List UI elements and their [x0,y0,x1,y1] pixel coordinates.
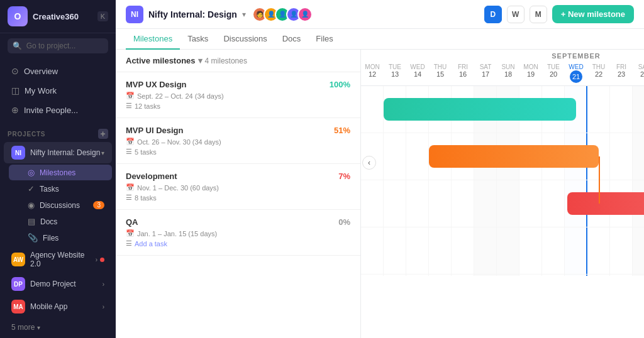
sidebar-search-container [0,33,116,58]
sidebar-more-projects[interactable]: 5 more ▾ [4,319,112,336]
gantt-nav-left-button[interactable]: ‹ [362,156,376,170]
milestone-mvp-ui: MVP UI Design 51% 📅 Oct. 26 – Nov. 30 (3… [116,118,360,164]
gantt-cell-qa-8 [542,275,565,276]
sub-nav-discussions[interactable]: ◉ Discussions 3 [9,197,112,213]
milestone-qa-add-task[interactable]: ☰ Add a task [126,239,350,248]
sidebar-nav: ⊙ Overview ◫ My Work ⊕ Invite People... [0,58,116,123]
chevron-down-icon: ▾ [101,150,104,156]
demo-chevron-icon: › [103,281,104,288]
gantt-row-development [361,180,644,227]
day-name-24: SAT [633,63,644,70]
gantt-cell-row2-col3 [429,180,452,227]
day-num-23: 23 [610,70,633,78]
sidebar-search-input[interactable] [8,38,108,53]
gantt-cell-row3-col9 [565,227,587,274]
sidebar-item-my-work[interactable]: ◫ My Work [4,81,112,100]
active-project-avatar: NI [11,146,25,160]
gantt-row-mvp-ui [361,133,644,180]
docs-icon: ▤ [28,217,35,226]
sidebar-item-invite-people[interactable]: ⊕ Invite People... [4,101,112,119]
content-area: Active milestones ▾ 4 milestones MVP UX … [116,50,644,338]
new-milestone-button[interactable]: + New milestone [552,5,634,23]
gantt-cell-row3-col0 [361,227,384,274]
sidebar-item-overview[interactable]: ⊙ Overview [4,62,112,80]
gantt-bar-development[interactable] [567,192,644,215]
active-project-name: Nifty Internal: Design [30,148,101,157]
gantt-day-24: SAT 24 [633,62,644,85]
gantt-day-19: MON 19 [519,62,542,85]
my-work-icon: ◫ [11,85,19,95]
gantt-cell-row1-col1 [384,133,406,180]
sidebar: O Creative360 K ⊙ Overview ◫ My Work ⊕ I… [0,0,116,338]
milestone-mvp-ui-tasks: ☰ 5 tasks [126,148,350,156]
app-logo: O [8,6,28,26]
gantt-bar-mvp-ui[interactable] [429,145,599,168]
more-projects-label: 5 more [11,323,35,332]
gantt-cell-row0-col10 [587,86,610,133]
nav-tabs: Milestones Tasks Discussions Docs Files [116,29,644,50]
gantt-cell-qa-12 [633,275,644,276]
day-name-21: WED [565,63,587,70]
tab-docs[interactable]: Docs [275,29,309,50]
milestone-mvp-ux-date: 📅 Sept. 22 – Oct. 24 (34 days) [126,92,350,100]
demo-name: Demo Project [30,280,103,288]
calendar-icon-3: 📅 [126,183,135,192]
gantt-cell-row3-col12 [633,227,644,274]
sub-nav-docs[interactable]: ▤ Docs [9,214,112,229]
add-project-button[interactable]: + [98,129,108,139]
gantt-cell-row0-col0 [361,86,384,133]
sidebar-project-mobile[interactable]: MA Mobile App › [4,296,112,317]
tab-tasks[interactable]: Tasks [180,29,216,50]
view-btn-w[interactable]: W [507,6,525,23]
sub-nav-tasks[interactable]: ✓ Tasks [9,181,112,197]
sidebar-project-agency[interactable]: AW Agency Website 2.0 › [4,247,112,272]
calendar-icon-4: 📅 [126,229,135,237]
milestones-title: Active milestones ▾ [126,56,203,65]
gantt-day-13: TUE 13 [384,62,406,85]
gantt-cell-qa-3 [429,275,452,276]
milestone-mvp-ux-name: MVP UX Design [126,80,187,89]
gantt-bar-mvp-ux[interactable] [384,98,576,121]
milestone-dev-top: Development 7% [126,172,350,181]
day-num-22: 22 [587,70,610,78]
milestone-mvp-ux-pct: 100% [330,80,350,89]
milestone-mvp-ui-pct: 51% [334,126,350,135]
day-num-21: 21 [570,70,582,83]
day-name-20: TUE [542,63,565,70]
app-name: Creative360 [33,12,97,21]
sub-nav-milestones[interactable]: ◎ Milestones [9,165,112,180]
gantt-cell-qa-10 [587,275,610,276]
gantt-cell-row3-col4 [452,227,474,274]
topbar-project-title: Nifty Internal: Design [148,9,237,19]
gantt-day-20: TUE 20 [542,62,565,85]
sidebar-active-project[interactable]: NI Nifty Internal: Design ▾ [4,142,112,163]
view-btn-d[interactable]: D [484,6,502,23]
calendar-icon-2: 📅 [126,138,135,146]
view-btn-m[interactable]: M [530,6,547,23]
sidebar-label-invite: Invite People... [24,106,78,115]
agency-notification-dot [100,258,104,262]
day-name-18: SUN [497,63,519,70]
day-name-19: MON [519,63,542,70]
gantt-month-row: SEPTEMBER [361,50,644,62]
tab-milestones[interactable]: Milestones [126,29,180,50]
day-name-13: TUE [384,63,406,70]
day-num-16: 16 [452,70,474,78]
gantt-cell-row1-col12 [633,133,644,180]
agency-avatar: AW [11,253,25,266]
day-num-19: 19 [519,70,542,78]
gantt-cell-qa-11 [610,275,633,276]
tab-discussions[interactable]: Discussions [216,29,274,50]
sub-nav-files[interactable]: 📎 Files [9,230,112,246]
milestone-mvp-ui-date: 📅 Oct. 26 – Nov. 30 (34 days) [126,138,350,146]
sidebar-label-overview: Overview [24,67,58,76]
main-content: NI Nifty Internal: Design ▾ 🧑 👤 👤 👤 👤 D … [116,0,644,338]
milestone-mvp-ux: MVP UX Design 100% 📅 Sept. 22 – Oct. 24 … [116,72,360,118]
gantt-day-21: WED 21 [565,62,587,85]
sidebar-project-demo[interactable]: DP Demo Project › [4,273,112,295]
milestone-qa-top: QA 0% [126,217,350,227]
tab-files[interactable]: Files [308,29,340,50]
gantt-cell-row2-col1 [384,180,406,227]
gantt-cell-row2-col6 [497,180,519,227]
k-badge: K [97,11,108,21]
